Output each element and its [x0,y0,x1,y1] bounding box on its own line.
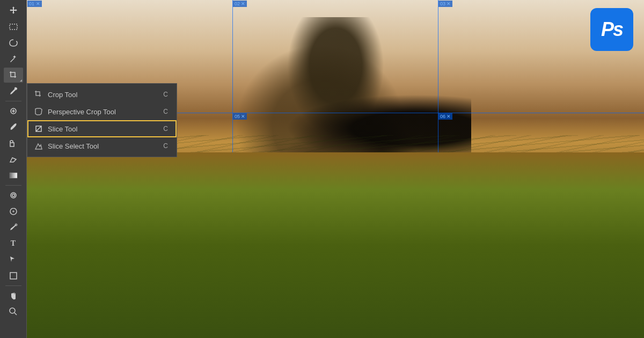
svg-point-3 [11,193,16,198]
crop-tool-menu-item[interactable]: Crop Tool C [27,86,177,103]
svg-rect-0 [10,24,17,30]
svg-point-4 [12,194,14,197]
svg-rect-2 [10,173,17,178]
slice-select-label: Slice Select Tool [48,142,99,150]
ps-logo: Ps [590,8,633,51]
zoom-tool[interactable] [4,304,23,319]
perspective-crop-tool-left: Perspective Crop Tool [34,107,116,116]
svg-rect-6 [10,273,17,279]
path-selection-tool[interactable] [4,252,23,267]
type-icon: T [11,239,16,248]
slice-tool-shortcut: C [163,125,168,133]
perspective-crop-label: Perspective Crop Tool [48,108,116,116]
canvas-area: 01 ✕ 02 ✕ 03 ✕ 04 ✕ 05 ✕ 06 ✕ 07 ✕ 08 ✕ … [27,0,644,338]
hand-tool[interactable] [4,288,23,303]
eraser-tool[interactable] [4,152,23,167]
photo-background: 01 ✕ 02 ✕ 03 ✕ 04 ✕ 05 ✕ 06 ✕ 07 ✕ 08 ✕ … [27,0,644,338]
perspective-crop-tool-menu-item[interactable]: Perspective Crop Tool C [27,103,177,120]
magic-wand-tool[interactable] [4,52,23,67]
clone-stamp-tool[interactable] [4,136,23,151]
slice-label-09: 09 ✕ [438,226,453,232]
rectangular-marquee-tool[interactable] [4,19,23,34]
gradient-tool[interactable] [4,168,23,183]
slice-select-icon [34,141,43,151]
divider-1 [5,101,21,101]
photo-subject [181,17,490,288]
dodge-tool[interactable] [4,204,23,219]
crop-tool-label: Crop Tool [48,91,77,99]
perspective-crop-icon [34,107,43,116]
slice-tool-label: Slice Tool [48,125,77,133]
divider-2 [5,185,21,186]
divider-3 [5,285,21,286]
slice-tool-menu-item[interactable]: Slice Tool C [27,120,177,137]
toolbar: T [0,0,27,338]
slice-label-07: 07 ✕ [27,226,42,232]
slice-tool-left: Slice Tool [34,124,77,134]
lasso-tool[interactable] [4,35,23,50]
hline-2 [27,225,644,226]
perspective-crop-shortcut: C [163,108,168,115]
eyedropper-tool[interactable] [4,84,23,99]
brush-tool[interactable] [4,120,23,135]
crop-tool-left: Crop Tool [34,90,77,99]
slice-select-tool-left: Slice Select Tool [34,141,99,151]
crop-tool-icon [34,90,43,99]
crop-tool-shortcut: C [163,91,168,98]
slice-select-shortcut: C [163,142,168,150]
context-menu: Crop Tool C Perspective Crop Tool C Slic… [27,83,177,157]
shape-tool[interactable] [4,268,23,283]
vegetation-overlay [27,135,644,338]
slice-tool-icon [34,124,43,134]
move-tool[interactable] [4,3,23,18]
crop-tool-btn[interactable] [4,68,23,83]
type-tool[interactable]: T [4,236,23,251]
svg-point-7 [10,308,15,313]
pen-tool[interactable] [4,220,23,235]
healing-brush-tool[interactable] [4,104,23,119]
blur-tool[interactable] [4,188,23,203]
ps-logo-text: Ps [601,18,623,41]
slice-select-tool-menu-item[interactable]: Slice Select Tool C [27,137,177,155]
camera-shape [286,94,471,162]
slice-label-08: 08 ✕ [233,226,247,232]
